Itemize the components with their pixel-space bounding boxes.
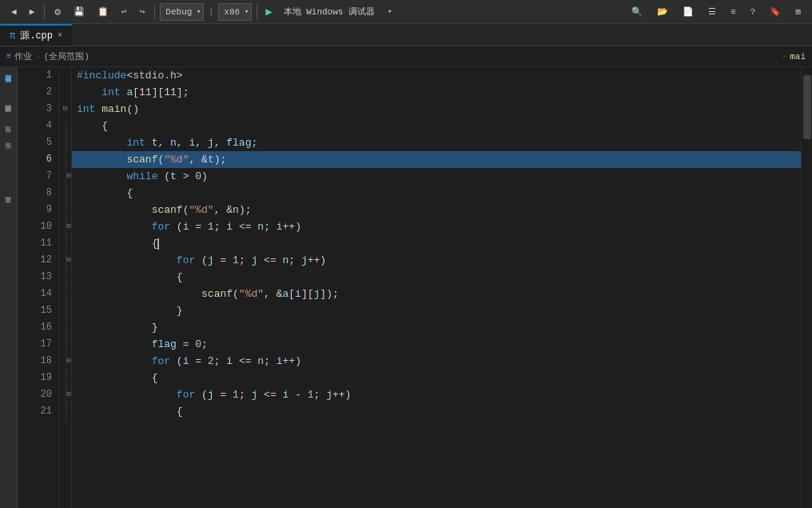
code-l5-sp	[145, 134, 152, 151]
toolbar-icon-1[interactable]: ⚙	[50, 4, 66, 20]
breadcrumb-work[interactable]: ≡ 作业	[6, 50, 32, 62]
sidebar-icon-4[interactable]: 输出	[2, 146, 16, 162]
run-label[interactable]: 本地 Windows 调试器	[279, 4, 380, 19]
code-line-7: while (t > 0)	[72, 168, 801, 185]
platform-dropdown[interactable]: x86	[218, 3, 252, 21]
code-l14-scanf: scanf	[201, 286, 233, 302]
fold-7[interactable]: ⊟	[66, 168, 71, 185]
code-l2-var: a	[126, 84, 133, 101]
toolbar-right-icon-1[interactable]: 🔍	[627, 5, 647, 18]
code-l10-paren: (	[170, 218, 183, 235]
code-l9-var: n	[233, 202, 239, 218]
code-l9-indent	[77, 202, 152, 218]
breadcrumb-scope[interactable]: (全局范围)	[44, 50, 90, 62]
code-line-2: int a[11][11];	[72, 84, 801, 101]
code-l17-indent	[77, 336, 152, 353]
code-l20-i: i	[283, 386, 289, 403]
toolbar-icon-2[interactable]: 💾	[69, 5, 90, 18]
code-l21-indent	[77, 403, 177, 420]
code-l19-brace: {	[152, 370, 158, 386]
code-l12-n: n	[283, 252, 289, 269]
fold-18[interactable]: ⊟	[66, 353, 71, 370]
code-area[interactable]: #include<stdio.h> int a[11][11]; int mai…	[72, 67, 801, 508]
code-line-6: scanf("%d", &t);	[72, 151, 801, 168]
scrollbar[interactable]	[801, 67, 812, 508]
code-l13-indent	[77, 269, 177, 286]
scrollbar-thumb[interactable]	[803, 75, 811, 139]
fold-9	[66, 202, 71, 218]
toolbar-sep-small: |	[207, 7, 215, 16]
code-line-8: {	[72, 185, 801, 202]
code-l12-paren: (	[195, 252, 208, 269]
code-include-bracket: <	[126, 67, 133, 84]
sidebar-icon-1[interactable]: 解决方案	[2, 72, 16, 104]
toolbar-right-icon-2[interactable]: 📂	[652, 5, 673, 18]
breadcrumb: ≡ 作业 › (全局范围) › mai	[0, 46, 812, 67]
sidebar-icon-2[interactable]: 团队资源管理器	[2, 105, 16, 129]
line-num-5: 5	[18, 134, 52, 151]
line-num-14: 14	[18, 286, 52, 302]
run-button[interactable]: ▶	[262, 5, 275, 18]
line-num-17: 17	[18, 336, 52, 353]
code-l20-eq: =	[214, 386, 233, 403]
nav-forward-button[interactable]: ▶	[25, 5, 40, 18]
code-line-3: int main()	[72, 101, 801, 118]
line-num-15: 15	[18, 302, 52, 319]
code-l18-paren: (	[170, 353, 183, 370]
fold-20[interactable]: ⊟	[66, 386, 71, 403]
code-l17-flag: flag	[152, 336, 177, 353]
toolbar-icon-3[interactable]: 📋	[93, 5, 113, 18]
sidebar-icon-3[interactable]: 属性	[2, 130, 16, 146]
tab-close-button[interactable]: ×	[58, 31, 62, 40]
debug-dropdown[interactable]: Debug	[160, 3, 204, 21]
code-l2-indent	[77, 84, 102, 101]
code-l20-minus: -	[289, 386, 307, 403]
fold-3[interactable]: ⊟	[59, 101, 71, 118]
code-line-16: }	[72, 319, 801, 336]
nav-back-button[interactable]: ◀	[6, 5, 22, 18]
sidebar-icon-5[interactable]: 工具箱	[2, 196, 16, 220]
code-line-12: for (j = 1; j <= n; j++)	[72, 252, 801, 269]
code-l18-close: )	[295, 353, 301, 370]
code-l6-comma: , &	[189, 151, 207, 168]
code-l7-while: while	[126, 168, 157, 185]
toolbar-right-icon-8[interactable]: ⊞	[790, 5, 806, 18]
toolbar-right-icon-5[interactable]: ≡	[726, 6, 741, 18]
code-l12-indent	[77, 252, 177, 269]
code-l10-indent	[77, 218, 152, 235]
fold-21	[66, 403, 71, 420]
fold-4	[66, 118, 71, 134]
toolbar-separator-3	[257, 5, 257, 19]
line-num-6: 6	[18, 151, 52, 168]
code-l9-str: "%d"	[189, 202, 213, 218]
code-line-5: int t, n, i, j, flag;	[72, 134, 801, 151]
code-l14-j: j	[314, 286, 320, 302]
toolbar-right-icon-7[interactable]: 🔖	[765, 5, 786, 18]
active-tab[interactable]: π 源.cpp ×	[0, 24, 72, 46]
editor-area: 解决方案 团队资源管理器 属性 输出 工具箱 1 2 3 4 5 6 7 8 9…	[0, 67, 812, 508]
fold-8	[66, 185, 71, 202]
line-numbers: 1 2 3 4 5 6 7 8 9 10 11 12 13 14 15 16 1…	[18, 67, 59, 508]
toolbar-icon-4[interactable]: ↩	[117, 5, 132, 18]
code-l12-for: for	[177, 252, 195, 269]
breadcrumb-label: 作业	[14, 50, 32, 62]
fold-10[interactable]: ⊟	[66, 218, 71, 235]
code-l14-paren: (	[233, 286, 239, 302]
code-l20-j2: j	[251, 386, 257, 403]
run-dropdown-arrow[interactable]: ▾	[383, 6, 396, 18]
fold-12[interactable]: ⊟	[66, 252, 71, 269]
toolbar-right-icon-3[interactable]: 📄	[678, 5, 699, 18]
code-l5-indent	[77, 134, 126, 151]
code-l10-i2: i	[226, 218, 233, 235]
toolbar-right-icon-4[interactable]: ☰	[703, 5, 721, 18]
toolbar-icon-5[interactable]: ↪	[135, 5, 150, 18]
toolbar-right-icons: 🔍 📂 📄 ☰ ≡ ? 🔖 ⊞	[627, 5, 806, 18]
line-num-3: 3	[18, 101, 52, 118]
breadcrumb-function[interactable]: mai	[790, 52, 806, 62]
code-l12-j3: j	[301, 252, 308, 269]
code-line-19: {	[72, 370, 801, 386]
code-l17-eq: =	[177, 336, 195, 353]
code-l20-1: 1	[233, 386, 239, 403]
code-l18-i: i	[183, 353, 189, 370]
toolbar-right-icon-6[interactable]: ?	[746, 6, 761, 18]
